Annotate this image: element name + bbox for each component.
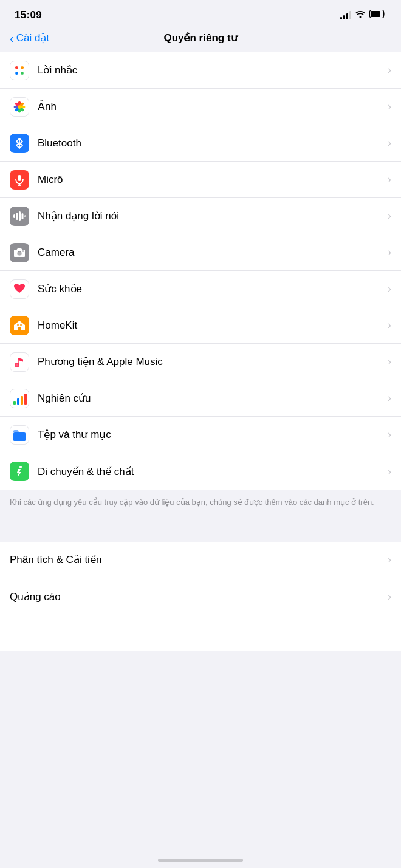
page-title: Quyền riêng tư (163, 32, 237, 44)
research-icon (10, 389, 29, 408)
fitness-icon (10, 462, 29, 481)
reminders-chevron-icon: › (388, 64, 391, 77)
svg-rect-2 (12, 63, 27, 78)
files-chevron-icon: › (388, 428, 391, 441)
main-section: Lời nhắc › (0, 52, 401, 490)
svg-rect-19 (18, 175, 21, 181)
list-item-bluetooth[interactable]: Bluetooth › (0, 125, 401, 162)
status-icons (340, 10, 386, 21)
microphone-label: Micrô (38, 174, 383, 186)
status-bar: 15:09 (0, 0, 401, 27)
svg-rect-23 (16, 213, 18, 220)
microphone-chevron-icon: › (388, 173, 391, 186)
bluetooth-icon (10, 134, 29, 153)
nav-bar: ‹ Cài đặt Quyền riêng tư (0, 27, 401, 52)
back-button[interactable]: ‹ Cài đặt (10, 32, 49, 44)
homekit-label: HomeKit (38, 320, 383, 332)
list-item-advertising[interactable]: Quảng cáo › (0, 578, 401, 615)
back-chevron-icon: ‹ (10, 32, 14, 44)
list-item-camera[interactable]: Camera › (0, 234, 401, 271)
list-item-fitness[interactable]: Di chuyển & thể chất › (0, 453, 401, 490)
svg-rect-24 (19, 211, 21, 221)
list-item-reminders[interactable]: Lời nhắc › (0, 52, 401, 89)
status-time: 15:09 (15, 9, 42, 21)
list-item-research[interactable]: Nghiên cứu › (0, 380, 401, 417)
bottom-section: Phân tích & Cải tiến › Quảng cáo › (0, 542, 401, 615)
svg-point-28 (18, 251, 21, 255)
music-chevron-icon: › (388, 355, 391, 368)
list-item-music[interactable]: Phương tiện & Apple Music › (0, 344, 401, 380)
svg-rect-41 (24, 394, 27, 405)
advertising-chevron-icon: › (388, 590, 391, 603)
reminders-icon (10, 61, 29, 80)
homekit-icon (10, 316, 29, 335)
health-icon (10, 279, 29, 299)
music-label: Phương tiện & Apple Music (38, 355, 383, 368)
svg-rect-29 (22, 250, 24, 251)
speech-label: Nhận dạng lời nói (38, 210, 383, 222)
files-label: Tệp và thư mục (38, 428, 383, 441)
bluetooth-label: Bluetooth (38, 137, 383, 149)
svg-rect-31 (17, 324, 19, 326)
analytics-chevron-icon: › (388, 553, 391, 566)
section-footer: Khi các ứng dụng yêu cầu truy cập vào dữ… (0, 490, 401, 520)
speech-chevron-icon: › (388, 210, 391, 222)
privacy-list: Lời nhắc › (0, 52, 401, 615)
svg-rect-26 (24, 215, 26, 217)
camera-label: Camera (38, 247, 383, 259)
svg-rect-25 (22, 213, 24, 219)
svg-rect-32 (20, 324, 22, 326)
speech-icon (10, 207, 29, 226)
reminders-label: Lời nhắc (38, 64, 383, 77)
home-indicator (158, 859, 243, 862)
list-item-analytics[interactable]: Phân tích & Cải tiến › (0, 542, 401, 578)
svg-rect-22 (13, 214, 15, 218)
advertising-label: Quảng cáo (10, 590, 383, 603)
svg-rect-44 (13, 433, 26, 441)
microphone-icon (10, 170, 29, 190)
camera-icon (10, 243, 29, 262)
photos-chevron-icon: › (388, 100, 391, 113)
photos-icon (10, 97, 29, 117)
health-chevron-icon: › (388, 282, 391, 295)
camera-chevron-icon: › (388, 246, 391, 259)
signal-icon (340, 11, 351, 19)
svg-point-5 (15, 72, 18, 75)
svg-point-6 (21, 72, 24, 75)
svg-rect-40 (21, 396, 23, 405)
battery-icon (369, 10, 386, 21)
list-item-microphone[interactable]: Micrô › (0, 162, 401, 198)
svg-rect-39 (17, 398, 19, 405)
svg-point-35 (16, 364, 18, 366)
svg-rect-33 (11, 354, 28, 371)
homekit-chevron-icon: › (388, 319, 391, 332)
research-label: Nghiên cứu (38, 392, 383, 405)
files-icon (10, 425, 29, 445)
bluetooth-chevron-icon: › (388, 137, 391, 149)
svg-rect-1 (371, 11, 380, 17)
svg-point-4 (21, 66, 24, 69)
music-icon (10, 352, 29, 372)
fitness-chevron-icon: › (388, 465, 391, 478)
svg-rect-38 (13, 401, 16, 405)
svg-point-18 (18, 105, 21, 109)
health-label: Sức khỏe (38, 282, 383, 295)
list-item-speech[interactable]: Nhận dạng lời nói › (0, 198, 401, 234)
section-separator (0, 520, 401, 542)
fitness-label: Di chuyển & thể chất (38, 465, 383, 478)
list-item-photos[interactable]: Ảnh › (0, 89, 401, 125)
back-label: Cài đặt (16, 32, 49, 44)
list-item-health[interactable]: Sức khỏe › (0, 271, 401, 307)
wifi-icon (355, 10, 366, 21)
list-item-files[interactable]: Tệp và thư mục › (0, 417, 401, 453)
analytics-label: Phân tích & Cải tiến (10, 553, 383, 566)
photos-label: Ảnh (38, 100, 383, 113)
research-chevron-icon: › (388, 392, 391, 405)
footer-text: Khi các ứng dụng yêu cầu truy cập vào dữ… (10, 497, 374, 507)
list-item-homekit[interactable]: HomeKit › (0, 307, 401, 344)
svg-point-45 (19, 466, 22, 468)
